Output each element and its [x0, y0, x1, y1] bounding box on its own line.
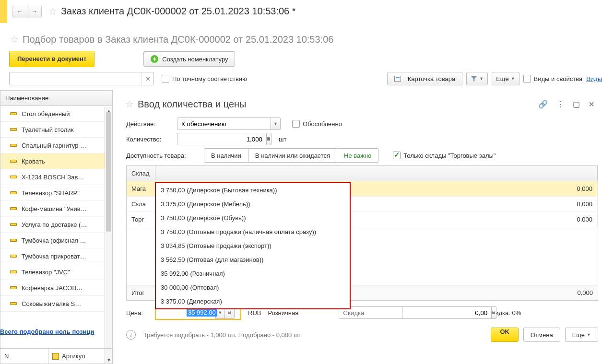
modal-header-actions: 🔗 ⋮ ▢ × — [538, 99, 594, 110]
dropdown-item[interactable]: 3 562,50 (Оптовая (для магазинов)) — [156, 253, 350, 267]
tree-row-label: Телевизор "JVC" — [22, 269, 70, 276]
dropdown-item[interactable]: 3 034,85 (Оптовые продажи (экспорт)) — [156, 239, 350, 253]
calculator-icon[interactable]: 🖩 — [267, 133, 271, 145]
window-title: Заказ клиента ДС0К-000002 от 25.01.2023 … — [61, 6, 296, 17]
link-icon[interactable]: 🔗 — [538, 100, 548, 109]
bottom-columns-header: N Артикул — [0, 348, 113, 364]
discount-value-input[interactable] — [402, 306, 492, 319]
tree-row[interactable]: Спальный гарнитур … — [0, 138, 112, 153]
favorite-star-icon-modal[interactable]: ☆ — [125, 98, 134, 110]
back-button[interactable]: ← — [12, 5, 27, 18]
dropdown-item[interactable]: 3 750,00 (Дилерское (Бытовая техника)) — [156, 183, 350, 197]
dropdown-item[interactable]: 35 992,00 (Розничная) — [156, 267, 350, 281]
seg-no-matter[interactable]: Не важно — [337, 148, 378, 163]
only-halls-checkbox[interactable]: Только склады "Торговые залы" — [393, 152, 496, 159]
price-type-label: Розничная — [268, 309, 298, 317]
subwindow-title: Подбор товаров в Заказ клиента ДС0К-0000… — [23, 34, 333, 45]
tree-row-label: Соковыжималка S… — [22, 300, 81, 307]
scrollbar-thumb[interactable] — [106, 112, 111, 232]
tree-row[interactable]: X-1234 BOSCH Зав… — [0, 169, 112, 185]
avail-label: Доступность товара: — [126, 152, 199, 159]
action-combo[interactable]: ▼ — [177, 117, 281, 130]
exact-match-label: По точному соответствию — [172, 75, 247, 82]
favorite-star-icon[interactable]: ☆ — [48, 6, 57, 17]
item-icon — [10, 191, 17, 194]
maximize-icon[interactable]: ▢ — [573, 100, 580, 109]
tree-row[interactable]: Кофеварка JACOB… — [0, 280, 112, 296]
availability-segmented: В наличии В наличии или ожидается Не важ… — [204, 148, 378, 163]
tree-row[interactable]: Стол обеденный — [0, 106, 112, 122]
item-icon — [10, 239, 17, 242]
separate-label: Обособленно — [303, 120, 342, 128]
item-icon — [10, 144, 17, 147]
toolbar-search: ✕ По точному соответствию Карточка товар… — [9, 72, 602, 89]
product-card-button[interactable]: Карточка товара — [387, 72, 463, 85]
tree-row[interactable]: Тумбочка (офисная … — [0, 233, 112, 248]
cancel-button[interactable]: Отмена — [523, 328, 560, 342]
search-input[interactable] — [9, 72, 154, 85]
item-icon — [10, 302, 17, 305]
views-link[interactable]: Виды — [586, 75, 602, 82]
tree-row[interactable]: Соковыжималка S… — [0, 296, 112, 312]
tree-row[interactable]: Услуга по доставке (… — [0, 217, 112, 233]
favorite-star-icon-sub[interactable]: ☆ — [10, 34, 19, 45]
qty-label: Количество: — [126, 136, 172, 143]
transfer-to-document-button[interactable]: Перенести в документ — [9, 51, 94, 67]
create-nomenclature-button[interactable]: + Создать номенклатуру — [143, 51, 235, 67]
tree-row[interactable]: Кровать — [0, 153, 112, 169]
tree-row[interactable]: Кофе-машина "Унив… — [0, 201, 112, 217]
tree-row[interactable]: Телевизор "SHARP" — [0, 185, 112, 201]
tree-row[interactable]: Туалетный столик — [0, 122, 112, 138]
checkbox-icon — [393, 152, 401, 159]
discount-value-field: 🖩 — [402, 306, 464, 319]
dropdown-item[interactable]: 3 750,00 (Дилерское (Обувь)) — [156, 211, 350, 225]
create-nomenclature-label: Создать номенклатуру — [162, 56, 228, 63]
kebab-icon[interactable]: ⋮ — [556, 100, 564, 109]
tree-row[interactable]: Телевизор "JVC" — [0, 264, 112, 280]
action-input[interactable] — [177, 117, 271, 130]
tree-row[interactable]: Тумбочка прикроват… — [0, 248, 112, 264]
col-article[interactable]: Артикул — [48, 349, 112, 364]
store-cell: Торг — [127, 212, 155, 227]
more-label: Еще — [496, 75, 508, 82]
tree-header: Наименование — [0, 91, 112, 106]
product-card-label: Карточка товара — [408, 75, 456, 82]
info-icon: i — [126, 330, 136, 340]
item-icon — [10, 128, 17, 131]
seg-instock-or-expected[interactable]: В наличии или ожидается — [248, 148, 337, 163]
checkbox-icon — [162, 75, 169, 82]
dropdown-item[interactable]: 3 375,00 (Дилерская) — [156, 294, 350, 308]
checkbox-icon — [292, 120, 300, 128]
exact-match-checkbox[interactable]: По точному соответствию — [162, 75, 247, 82]
qty-input[interactable] — [177, 133, 267, 145]
funnel-icon — [471, 75, 477, 82]
filter-button[interactable]: ▼ — [466, 72, 488, 85]
more-button-modal[interactable]: Еще▼ — [565, 328, 598, 342]
item-icon — [10, 223, 17, 226]
separate-checkbox[interactable]: Обособленно — [292, 120, 342, 128]
close-icon[interactable]: × — [589, 99, 594, 110]
col-n[interactable]: N — [0, 349, 48, 364]
item-icon — [10, 176, 17, 178]
col-qty[interactable] — [155, 166, 598, 181]
views-check[interactable]: Виды и свойства — [523, 75, 583, 82]
selected-summary-link[interactable]: Всего подобрано ноль позици — [0, 325, 112, 338]
tree-row-label: Тумбочка прикроват… — [22, 253, 86, 260]
folder-icon — [52, 353, 59, 360]
dropdown-item[interactable]: 3 750,00 (Оптовые продажи (наличная опла… — [156, 225, 350, 239]
calculator-icon[interactable]: 🖩 — [492, 306, 496, 319]
col-store[interactable]: Склад — [127, 166, 155, 181]
store-cell: Скла — [127, 197, 155, 211]
chevron-down-icon[interactable]: ▼ — [271, 117, 281, 130]
ok-button[interactable]: OK — [491, 328, 519, 342]
clear-search-icon[interactable]: ✕ — [142, 72, 154, 85]
tree-row-label: Кофе-машина "Унив… — [22, 205, 87, 212]
item-icon — [10, 255, 17, 258]
dropdown-item[interactable]: 30 000,00 (Оптовая) — [156, 281, 350, 294]
toolbar-primary: Перенести в документ + Создать номенклат… — [9, 47, 602, 72]
views-label: Виды и свойства — [534, 75, 583, 82]
forward-button[interactable]: → — [27, 5, 41, 18]
seg-instock[interactable]: В наличии — [204, 148, 248, 163]
dropdown-item[interactable]: 3 375,00 (Дилерское (Мебель)) — [156, 197, 350, 211]
more-button[interactable]: Еще ▼ — [492, 72, 519, 85]
